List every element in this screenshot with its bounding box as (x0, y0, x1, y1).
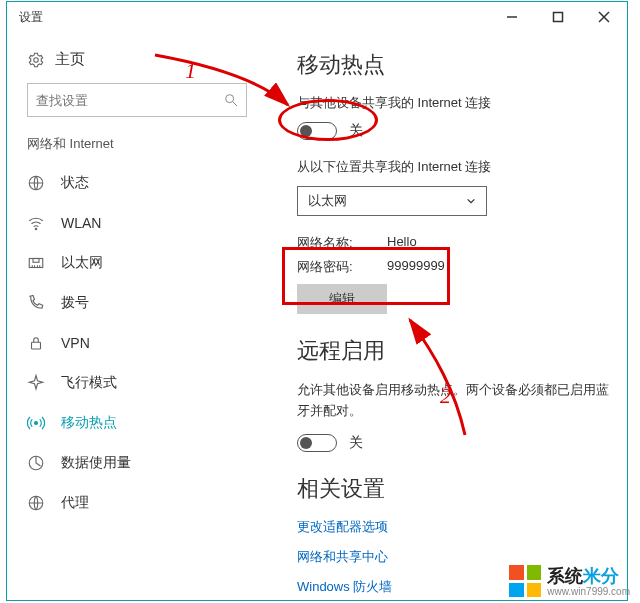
status-icon (27, 174, 45, 192)
remote-toggle[interactable] (297, 434, 337, 452)
home-label: 主页 (55, 50, 85, 69)
content-pane: 移动热点 与其他设备共享我的 Internet 连接 关 从以下位置共享我的 I… (267, 32, 627, 600)
svg-rect-15 (32, 342, 41, 349)
nav-label: 飞行模式 (61, 374, 247, 392)
share-from-label: 从以下位置共享我的 Internet 连接 (297, 158, 615, 176)
airplane-icon (27, 374, 45, 392)
group-label: 网络和 Internet (7, 135, 267, 163)
microsoft-logo-icon (509, 565, 541, 597)
nav-ethernet[interactable]: 以太网 (7, 243, 267, 283)
nav-label: 以太网 (61, 254, 247, 272)
window-title: 设置 (7, 9, 489, 26)
net-name-value: Hello (387, 234, 417, 252)
wifi-icon (27, 214, 45, 232)
svg-point-5 (226, 95, 234, 103)
watermark-brand-b: 米分 (583, 566, 619, 586)
nav-airplane[interactable]: 飞行模式 (7, 363, 267, 403)
svg-point-16 (35, 422, 38, 425)
nav-data-usage[interactable]: 数据使用量 (7, 443, 267, 483)
search-icon (223, 92, 239, 108)
related-heading: 相关设置 (297, 474, 615, 504)
nav-label: VPN (61, 335, 247, 351)
svg-point-8 (35, 228, 37, 230)
share-toggle[interactable] (297, 122, 337, 140)
search-input[interactable] (27, 83, 247, 117)
net-pwd-label: 网络密码: (297, 258, 367, 276)
chevron-down-icon (466, 196, 476, 206)
window-controls (489, 2, 627, 32)
nav-label: 数据使用量 (61, 454, 247, 472)
link-network-sharing[interactable]: 网络和共享中心 (297, 548, 615, 566)
gear-icon (27, 51, 45, 69)
edit-button[interactable]: 编辑 (297, 284, 387, 314)
data-usage-icon (27, 454, 45, 472)
remote-heading: 远程启用 (297, 336, 615, 366)
nav-label: WLAN (61, 215, 247, 231)
nav-hotspot[interactable]: 移动热点 (7, 403, 267, 443)
nav-label: 拨号 (61, 294, 247, 312)
page-title: 移动热点 (297, 50, 615, 80)
home-button[interactable]: 主页 (7, 44, 267, 79)
svg-line-6 (233, 102, 237, 106)
net-pwd-value: 99999999 (387, 258, 445, 276)
nav-proxy[interactable]: 代理 (7, 483, 267, 523)
watermark: 系统米分 www.win7999.com (509, 565, 630, 597)
svg-rect-1 (554, 13, 563, 22)
search-wrap (27, 83, 247, 117)
select-value: 以太网 (308, 192, 347, 210)
phone-icon (27, 294, 45, 312)
nav-label: 代理 (61, 494, 247, 512)
titlebar: 设置 (7, 2, 627, 32)
link-adapter-options[interactable]: 更改适配器选项 (297, 518, 615, 536)
sidebar: 主页 网络和 Internet 状态 WLAN 以太网 拨号 (7, 32, 267, 600)
close-button[interactable] (581, 2, 627, 32)
nav-vpn[interactable]: VPN (7, 323, 267, 363)
net-name-label: 网络名称: (297, 234, 367, 252)
toggle-state-label: 关 (349, 122, 363, 140)
settings-window: 设置 主页 网络和 Internet 状态 WLAN (6, 1, 628, 601)
watermark-brand-a: 系统 (547, 566, 583, 586)
toggle-state-label: 关 (349, 434, 363, 452)
nav-wlan[interactable]: WLAN (7, 203, 267, 243)
minimize-button[interactable] (489, 2, 535, 32)
hotspot-icon (27, 414, 45, 432)
watermark-url: www.win7999.com (547, 587, 630, 598)
remote-desc: 允许其他设备启用移动热点。两个设备必须都已启用蓝牙并配对。 (297, 380, 615, 422)
share-label: 与其他设备共享我的 Internet 连接 (297, 94, 615, 112)
maximize-button[interactable] (535, 2, 581, 32)
svg-point-4 (34, 57, 39, 62)
svg-rect-10 (33, 259, 39, 263)
vpn-icon (27, 334, 45, 352)
nav-label: 移动热点 (61, 414, 247, 432)
proxy-icon (27, 494, 45, 512)
share-from-select[interactable]: 以太网 (297, 186, 487, 216)
ethernet-icon (27, 254, 45, 272)
nav-label: 状态 (61, 174, 247, 192)
nav-status[interactable]: 状态 (7, 163, 267, 203)
svg-rect-9 (29, 259, 43, 268)
nav-dialup[interactable]: 拨号 (7, 283, 267, 323)
